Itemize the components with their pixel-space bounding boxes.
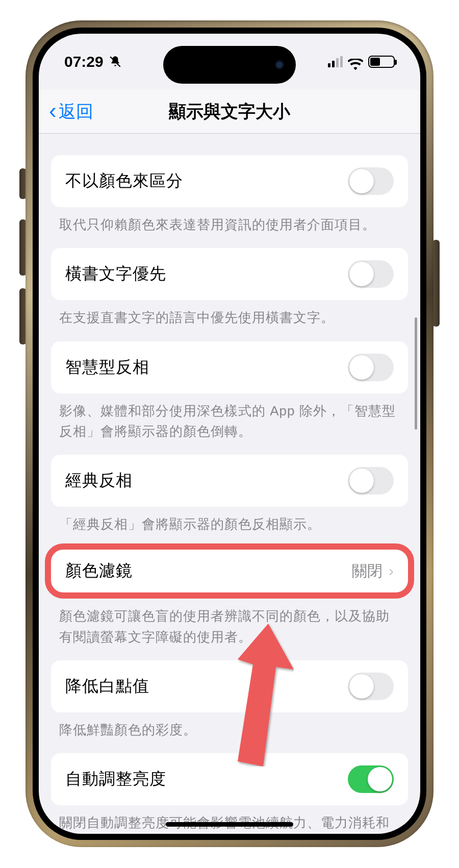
row-footer: 降低鮮豔顏色的彩度。 bbox=[39, 712, 420, 740]
settings-list[interactable]: 不以顏色來區分 取代只仰賴顏色來表達替用資訊的使用者介面項目。 橫書文字優先 在… bbox=[39, 134, 420, 834]
row-footer: 關閉自動調整亮度可能會影響電池續航力、電力消耗和長期的螢幕效能。 bbox=[39, 805, 420, 834]
row-auto-brightness[interactable]: 自動調整亮度 bbox=[51, 753, 408, 805]
scroll-indicator bbox=[415, 317, 417, 430]
phone-side-button bbox=[432, 240, 440, 327]
row-footer: 影像、媒體和部分使用深色樣式的 App 除外，「智慧型反相」會將顯示器的顏色倒轉… bbox=[39, 393, 420, 442]
toggle-auto-brightness[interactable] bbox=[348, 765, 394, 793]
page-title: 顯示與文字大小 bbox=[169, 100, 290, 123]
back-label: 返回 bbox=[59, 100, 93, 123]
chevron-right-icon: › bbox=[389, 562, 394, 580]
cellular-icon bbox=[328, 56, 343, 67]
status-time: 07:29 bbox=[64, 53, 104, 70]
row-value: 關閉 bbox=[352, 561, 382, 582]
screen: 07:29 ‹ 返回 顯示與文字大小 bbox=[39, 34, 420, 834]
toggle-smart-invert[interactable] bbox=[348, 354, 394, 381]
toggle-differentiate-without-color[interactable] bbox=[348, 167, 394, 195]
row-label: 降低白點值 bbox=[65, 675, 149, 698]
home-indicator[interactable] bbox=[166, 822, 293, 827]
phone-frame: 07:29 ‹ 返回 顯示與文字大小 bbox=[26, 20, 434, 847]
row-footer: 取代只仰賴顏色來表達替用資訊的使用者介面項目。 bbox=[39, 207, 420, 235]
row-label: 智慧型反相 bbox=[65, 356, 149, 379]
mute-icon bbox=[109, 55, 122, 69]
row-label: 橫書文字優先 bbox=[65, 263, 166, 285]
back-button[interactable]: ‹ 返回 bbox=[49, 90, 93, 133]
toggle-prefer-horizontal-text[interactable] bbox=[348, 260, 394, 288]
row-footer: 「經典反相」會將顯示器的顏色反相顯示。 bbox=[39, 507, 420, 534]
chevron-left-icon: ‹ bbox=[49, 100, 57, 122]
row-label: 不以顏色來區分 bbox=[65, 170, 183, 192]
wifi-icon bbox=[348, 56, 363, 67]
nav-bar: ‹ 返回 顯示與文字大小 bbox=[39, 90, 420, 134]
row-footer: 顏色濾鏡可讓色盲的使用者辨識不同的顏色，以及協助有閱讀螢幕文字障礙的使用者。 bbox=[39, 599, 420, 647]
row-label: 自動調整亮度 bbox=[65, 768, 166, 790]
row-differentiate-without-color[interactable]: 不以顏色來區分 bbox=[51, 155, 408, 207]
dynamic-island bbox=[163, 46, 296, 84]
row-label: 經典反相 bbox=[65, 469, 133, 492]
row-reduce-white-point[interactable]: 降低白點值 bbox=[51, 660, 408, 712]
row-smart-invert[interactable]: 智慧型反相 bbox=[51, 341, 408, 393]
row-prefer-horizontal-text[interactable]: 橫書文字優先 bbox=[51, 248, 408, 300]
battery-icon bbox=[368, 56, 395, 68]
row-color-filters[interactable]: 顏色濾鏡 關閉 › bbox=[51, 548, 408, 594]
row-footer: 在支援直書文字的語言中優先使用橫書文字。 bbox=[39, 300, 420, 328]
toggle-reduce-white-point[interactable] bbox=[348, 673, 394, 700]
row-classic-invert[interactable]: 經典反相 bbox=[51, 455, 408, 507]
toggle-classic-invert[interactable] bbox=[348, 467, 394, 494]
row-label: 顏色濾鏡 bbox=[65, 560, 133, 582]
